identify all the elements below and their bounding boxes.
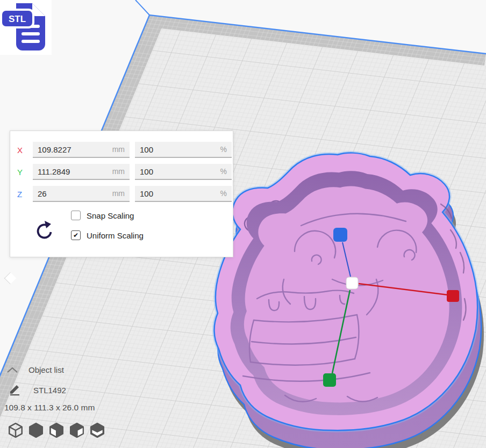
scale-row-x: X mm % bbox=[17, 142, 232, 158]
top-view-icon[interactable] bbox=[48, 422, 65, 439]
object-list-toggle[interactable]: Object list bbox=[6, 365, 64, 374]
z-percent-input[interactable] bbox=[135, 186, 232, 202]
snap-scaling-label: Snap Scaling bbox=[87, 211, 134, 220]
uniform-scaling-checkbox[interactable]: ✔ bbox=[71, 230, 81, 240]
pencil-icon bbox=[9, 384, 21, 396]
scale-row-z: Z mm % bbox=[17, 186, 232, 202]
model-stl1492[interactable] bbox=[214, 153, 484, 448]
z-mm-input[interactable] bbox=[33, 186, 130, 202]
object-list-item[interactable]: STL1492 bbox=[9, 384, 66, 396]
stl-badge-label: STL bbox=[9, 14, 26, 24]
y-percent-field: % bbox=[135, 164, 232, 180]
z-axis-label: Z bbox=[17, 190, 28, 199]
build-volume-vertical-edge bbox=[135, 0, 149, 15]
reset-scale-button[interactable] bbox=[34, 220, 54, 242]
scale-handle-x[interactable] bbox=[447, 290, 459, 302]
right-side-view-icon[interactable] bbox=[89, 422, 106, 439]
y-percent-input[interactable] bbox=[135, 164, 232, 180]
scale-row-y: Y mm % bbox=[17, 164, 232, 180]
scale-handle-y[interactable] bbox=[323, 373, 336, 387]
x-percent-input[interactable] bbox=[135, 142, 232, 158]
camera-view-presets bbox=[7, 422, 106, 439]
scale-tool-panel: X mm % Y mm % Z mm % bbox=[10, 131, 233, 257]
object-name: STL1492 bbox=[33, 386, 66, 395]
mold-recess-floor bbox=[244, 186, 449, 402]
cura-workspace: { "file_badge": { "label": "STL" }, "sca… bbox=[0, 0, 486, 448]
x-mm-input[interactable] bbox=[33, 142, 130, 158]
x-axis-label: X bbox=[17, 146, 28, 155]
y-mm-field: mm bbox=[33, 164, 130, 180]
uniform-scaling-option[interactable]: ✔ Uniform Scaling bbox=[71, 230, 144, 240]
uniform-scaling-label: Uniform Scaling bbox=[87, 231, 144, 240]
x-percent-field: % bbox=[135, 142, 232, 158]
z-mm-field: mm bbox=[33, 186, 130, 202]
front-view-icon[interactable] bbox=[27, 422, 45, 439]
stl-file-icon: STL bbox=[0, 0, 52, 55]
left-side-view-icon[interactable] bbox=[68, 422, 85, 439]
model-dimensions: 109.8 x 111.3 x 26.0 mm bbox=[4, 403, 95, 413]
scale-handle-uniform[interactable] bbox=[346, 277, 358, 289]
scale-handle-z[interactable] bbox=[333, 228, 347, 242]
snap-scaling-option[interactable]: Snap Scaling bbox=[71, 211, 134, 220]
snap-scaling-checkbox[interactable] bbox=[71, 211, 81, 220]
x-mm-field: mm bbox=[33, 142, 130, 158]
y-mm-input[interactable] bbox=[33, 164, 130, 180]
chevron-up-icon bbox=[6, 367, 18, 373]
reset-scale-icon bbox=[38, 225, 51, 237]
z-percent-field: % bbox=[135, 186, 232, 202]
3d-view-icon[interactable] bbox=[7, 422, 24, 439]
y-axis-label: Y bbox=[17, 168, 28, 177]
object-list-label: Object list bbox=[28, 365, 64, 374]
